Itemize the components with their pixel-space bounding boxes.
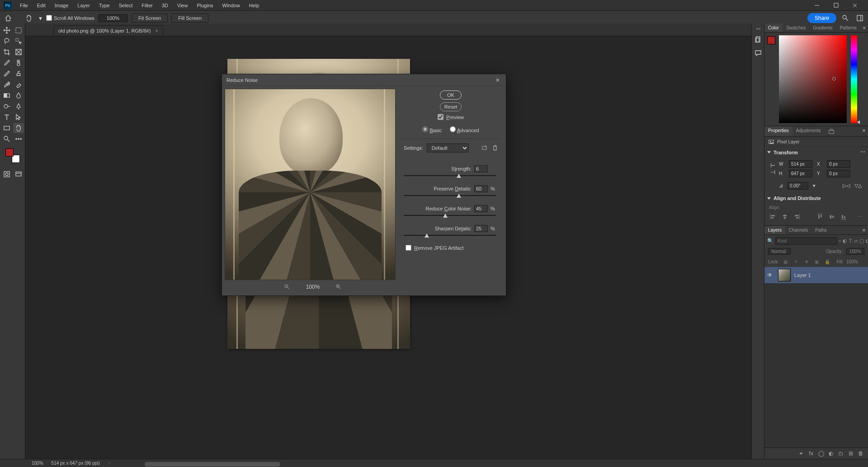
swatches-tab[interactable]: Swatches <box>783 24 809 32</box>
move-tool[interactable] <box>1 25 12 35</box>
blend-mode-select[interactable]: Normal <box>768 248 791 255</box>
align-hcenter-icon[interactable] <box>781 213 789 221</box>
fill-screen-button[interactable]: Fill Screen <box>171 14 208 23</box>
patterns-tab[interactable]: Patterns <box>836 24 860 32</box>
layers-tab[interactable]: Layers <box>764 226 785 234</box>
layer-visibility-icon[interactable]: 👁 <box>767 272 774 278</box>
panel-menu-icon[interactable]: ≡ <box>860 24 868 32</box>
advanced-radio[interactable] <box>450 126 456 132</box>
window-maximize-button[interactable] <box>826 0 845 11</box>
sharpen-details-input[interactable] <box>474 225 488 232</box>
filter-pixel-icon[interactable]: ▫ <box>839 237 841 245</box>
sharpen-details-slider[interactable] <box>404 235 496 237</box>
menu-file[interactable]: File <box>15 1 33 10</box>
fit-screen-button[interactable]: Fit Screen <box>132 14 168 23</box>
properties-tab[interactable]: Properties <box>764 126 793 136</box>
hand-tool[interactable] <box>13 123 24 133</box>
fill-value[interactable]: 100% <box>846 259 864 264</box>
filter-adjust-icon[interactable]: ◐ <box>843 237 847 245</box>
document-tab-close-icon[interactable]: × <box>155 28 158 33</box>
lock-artboard-icon[interactable]: ▣ <box>813 257 821 266</box>
menu-select[interactable]: Select <box>114 1 137 10</box>
channels-tab[interactable]: Channels <box>785 226 811 234</box>
document-tab[interactable]: old photo.png @ 100% (Layer 1, RGB/8#) × <box>53 25 163 36</box>
screen-mode-icon[interactable] <box>13 169 24 179</box>
layer-fx-icon[interactable]: fx <box>807 450 815 457</box>
layers-filter-input[interactable] <box>775 237 837 245</box>
foreground-background-swatch[interactable] <box>5 148 20 163</box>
zoom-tool[interactable] <box>1 134 12 144</box>
home-icon[interactable] <box>3 13 14 23</box>
menu-help[interactable]: Help <box>245 1 264 10</box>
strength-slider[interactable] <box>404 175 496 177</box>
horizontal-scrollbar[interactable] <box>145 462 280 467</box>
remove-jpeg-checkbox[interactable] <box>406 245 411 251</box>
group-icon[interactable]: 🗀 <box>837 450 844 457</box>
menu-3d[interactable]: 3D <box>157 1 173 10</box>
align-section-header[interactable]: Align and Distribute <box>764 193 868 203</box>
menu-edit[interactable]: Edit <box>33 1 50 10</box>
frame-tool[interactable] <box>13 47 24 57</box>
libraries-icon[interactable] <box>825 126 838 136</box>
link-dimensions-icon[interactable]: ⊢⊣ <box>769 162 776 176</box>
distribute-more-icon[interactable]: ⋯ <box>855 213 863 221</box>
edit-toolbar-icon[interactable] <box>13 134 24 144</box>
paths-tab[interactable]: Paths <box>811 226 830 234</box>
search-icon[interactable] <box>840 13 851 23</box>
color-noise-slider[interactable] <box>404 215 496 217</box>
share-button[interactable]: Share <box>807 13 836 23</box>
preserve-details-slider[interactable] <box>404 195 496 197</box>
hand-tool-icon[interactable] <box>24 13 34 23</box>
quick-mask-icon[interactable] <box>1 169 12 179</box>
menu-type[interactable]: Type <box>94 1 114 10</box>
healing-brush-tool[interactable] <box>13 58 24 68</box>
clone-stamp-tool[interactable] <box>13 69 24 79</box>
strength-input[interactable] <box>474 165 488 172</box>
settings-save-icon[interactable] <box>481 145 489 151</box>
transform-menu-icon[interactable]: ⋯ <box>860 149 865 155</box>
ok-button[interactable]: OK <box>440 91 462 100</box>
lock-position-icon[interactable]: ✥ <box>802 257 810 266</box>
preview-zoom-in-icon[interactable] <box>335 284 342 290</box>
y-input[interactable] <box>827 170 850 177</box>
filter-type-icon[interactable]: T <box>849 237 852 245</box>
flip-vertical-icon[interactable]: ▽△ <box>854 183 862 189</box>
window-close-button[interactable] <box>845 0 864 11</box>
brush-tool[interactable] <box>1 69 12 79</box>
menu-window[interactable]: Window <box>218 1 245 10</box>
layer-thumbnail[interactable] <box>778 269 791 281</box>
preview-checkbox[interactable] <box>438 114 443 120</box>
new-layer-icon[interactable]: ⊞ <box>847 450 854 457</box>
properties-menu-icon[interactable]: ≡ <box>860 126 868 136</box>
quick-select-tool[interactable] <box>13 36 24 46</box>
x-input[interactable] <box>827 160 850 168</box>
color-noise-input[interactable] <box>474 205 488 212</box>
adjustment-layer-icon[interactable]: ◐ <box>827 450 835 457</box>
layers-menu-icon[interactable]: ≡ <box>860 226 868 234</box>
status-zoom[interactable]: 100% <box>32 461 43 466</box>
eyedropper-tool[interactable] <box>1 58 12 68</box>
history-panel-icon[interactable] <box>753 34 764 44</box>
layer-mask-icon[interactable]: ◯ <box>817 450 825 457</box>
layer-item[interactable]: 👁 Layer 1 <box>764 267 868 284</box>
settings-delete-icon[interactable] <box>492 145 498 151</box>
menu-view[interactable]: View <box>173 1 193 10</box>
eraser-tool[interactable] <box>13 80 24 90</box>
gradient-tool[interactable] <box>1 91 12 100</box>
menu-plugins[interactable]: Plugins <box>192 1 217 10</box>
align-left-icon[interactable] <box>769 213 777 221</box>
reset-button[interactable]: Reset <box>440 102 462 111</box>
flip-horizontal-icon[interactable]: ▷◁ <box>843 183 850 189</box>
rectangle-tool[interactable] <box>1 123 12 133</box>
flyout-icon[interactable]: ▾ <box>38 13 42 23</box>
color-tab[interactable]: Color <box>764 24 783 32</box>
transform-section-header[interactable]: Transform⋯ <box>764 147 868 157</box>
filter-smart-icon[interactable]: ▢ <box>859 237 864 245</box>
pen-tool[interactable] <box>13 101 24 111</box>
comments-panel-icon[interactable] <box>753 48 764 58</box>
angle-dropdown-icon[interactable]: ▾ <box>813 183 816 189</box>
basic-radio[interactable] <box>422 126 428 132</box>
canvas-area[interactable]: Reduce Noise × 100% <box>25 36 751 459</box>
menu-filter[interactable]: Filter <box>137 1 157 10</box>
opacity-value[interactable]: 100% <box>846 248 864 255</box>
